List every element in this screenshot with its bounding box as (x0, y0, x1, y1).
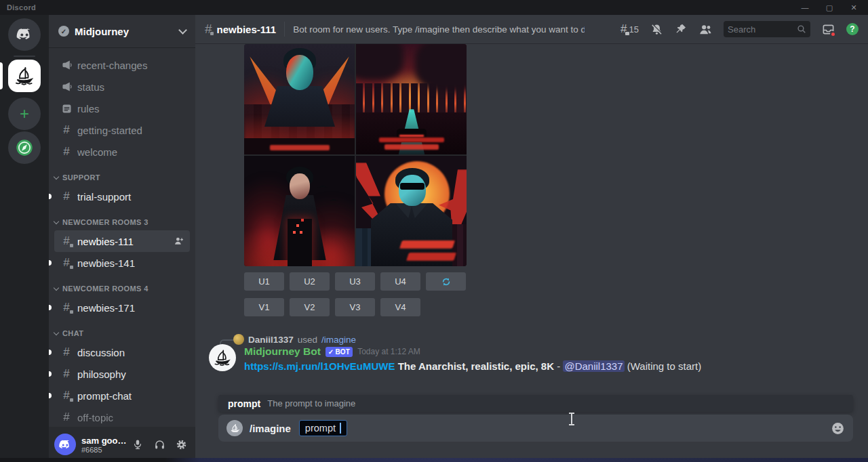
hash-icon: # (60, 367, 73, 381)
unread-indicator (49, 260, 52, 266)
variation-v1-button[interactable]: V1 (244, 298, 284, 316)
bot-badge: ✓ BOT (326, 347, 353, 357)
megaphone-icon (60, 81, 73, 92)
explore-servers-button[interactable] (8, 131, 41, 164)
window-controls: — ▢ ✕ (797, 0, 861, 15)
server-rail: + (0, 15, 49, 462)
upscale-u1-button[interactable]: U1 (244, 272, 284, 291)
channel-welcome[interactable]: # welcome (54, 141, 190, 163)
category-label: SUPPORT (62, 173, 100, 182)
category-newcomer-rooms-4[interactable]: NEWCOMER ROOMS 4 (49, 280, 195, 297)
variation-button-row: V1 V2 V3 V4 (244, 298, 420, 316)
generated-image-2[interactable] (356, 44, 467, 154)
member-list-button[interactable] (698, 23, 712, 35)
message-timestamp: Today at 1:12 AM (357, 347, 420, 356)
upscale-u3-button[interactable]: U3 (335, 272, 375, 291)
username: sam good... (81, 436, 130, 446)
emoji-picker-button[interactable] (831, 421, 845, 436)
search-icon (797, 24, 806, 34)
command-option-popup[interactable]: prompt The prompt to imagine (218, 395, 853, 412)
discord-home-button[interactable] (8, 18, 41, 51)
server-name: Midjourney (75, 26, 180, 37)
channel-off-topic[interactable]: # off-topic (54, 406, 190, 427)
discord-logo-icon (16, 28, 33, 41)
hash-icon: # (60, 123, 73, 137)
threads-icon: # (620, 22, 627, 36)
category-newcomer-rooms-3[interactable]: NEWCOMER ROOMS 3 (49, 214, 195, 230)
channel-rules[interactable]: rules (54, 98, 190, 119)
reroll-button[interactable] (426, 272, 466, 291)
channel-name: newbies-111 (77, 236, 174, 247)
unread-indicator (49, 305, 52, 310)
upscale-u2-button[interactable]: U2 (290, 272, 330, 291)
channel-recent-changes[interactable]: recent-changes (54, 54, 190, 76)
chevron-down-icon (54, 330, 59, 335)
prompt-option-field[interactable]: prompt (299, 420, 347, 436)
upscale-u4-button[interactable]: U4 (380, 272, 420, 291)
variation-v3-button[interactable]: V3 (335, 298, 375, 316)
create-invite-icon[interactable] (174, 236, 184, 247)
channel-discussion[interactable]: # discussion (54, 341, 190, 363)
message-content: https://s.mj.run/l1OHvEuMUWE The Anarchi… (244, 360, 841, 372)
channel-list: recent-changes status rules # getting-st… (49, 47, 195, 427)
reply-author-avatar[interactable] (233, 334, 244, 345)
user-info[interactable]: sam good... #6685 (81, 436, 130, 454)
channel-philosophy[interactable]: # philosophy (54, 363, 190, 385)
help-button[interactable]: ? (846, 23, 859, 35)
hash-icon: # (60, 145, 73, 159)
generated-image-3[interactable] (244, 156, 355, 266)
hash-members-icon: # (205, 22, 212, 37)
channel-name: trial-support (77, 191, 184, 203)
add-server-button[interactable]: + (8, 98, 41, 130)
variation-v2-button[interactable]: V2 (290, 298, 330, 316)
channel-newbies-111[interactable]: # newbies-111 (54, 230, 190, 252)
inbox-button[interactable] (822, 23, 835, 36)
channel-name: newbies-171 (77, 302, 184, 314)
category-chat[interactable]: CHAT (49, 325, 195, 341)
generated-image-1[interactable] (244, 44, 355, 154)
channel-name: prompt-chat (77, 390, 184, 402)
channel-newbies-141[interactable]: # newbies-141 (54, 252, 190, 274)
command-bot-avatar (226, 420, 243, 436)
channel-getting-started[interactable]: # getting-started (54, 119, 190, 141)
compass-icon (15, 138, 34, 157)
header-divider (284, 22, 285, 37)
megaphone-icon (60, 60, 73, 70)
category-support[interactable]: SUPPORT (49, 169, 195, 186)
slash-command-link[interactable]: /imagine (321, 335, 356, 345)
channel-sidebar: ✓ Midjourney recent-changes status (49, 15, 195, 462)
prompt-image-link[interactable]: https://s.mj.run/l1OHvEuMUWE (244, 360, 395, 372)
microphone-button[interactable] (130, 437, 145, 452)
channel-newbies-171[interactable]: # newbies-171 (54, 297, 190, 318)
bot-username[interactable]: Midjourney Bot (244, 345, 321, 358)
rail-divider (14, 56, 35, 57)
message-input-bar[interactable]: /imagine prompt (218, 415, 853, 442)
app-title: Discord (7, 3, 36, 12)
user-mention[interactable]: @Daniil1337 (563, 360, 624, 372)
channel-topic[interactable]: Bot room for new users. Type /imagine th… (293, 24, 585, 35)
notifications-muted-button[interactable] (650, 23, 663, 36)
search-input[interactable] (728, 24, 797, 35)
pinned-messages-button[interactable] (675, 23, 687, 35)
window-titlebar: Discord — ▢ ✕ (0, 0, 868, 15)
maximize-button[interactable]: ▢ (822, 0, 837, 15)
midjourney-server-button[interactable] (8, 60, 41, 92)
minimize-button[interactable]: — (797, 0, 812, 15)
unread-indicator (49, 393, 52, 398)
channel-prompt-chat[interactable]: # prompt-chat (54, 385, 190, 406)
channel-trial-support[interactable]: # trial-support (54, 186, 190, 207)
question-icon: ? (850, 24, 854, 34)
bot-avatar[interactable] (209, 344, 236, 371)
headphones-button[interactable] (152, 437, 167, 452)
generated-image-grid[interactable] (244, 44, 467, 266)
settings-gear-button[interactable] (174, 437, 189, 452)
reply-author-name[interactable]: Daniil1337 (248, 335, 294, 345)
channel-status[interactable]: status (54, 76, 190, 98)
generated-image-4[interactable] (356, 156, 467, 266)
variation-v4-button[interactable]: V4 (380, 298, 420, 316)
server-header[interactable]: ✓ Midjourney (49, 15, 195, 47)
threads-button[interactable]: # 15 (620, 22, 639, 36)
user-avatar[interactable] (54, 434, 76, 455)
close-button[interactable]: ✕ (846, 0, 861, 15)
search-box[interactable] (724, 21, 810, 37)
